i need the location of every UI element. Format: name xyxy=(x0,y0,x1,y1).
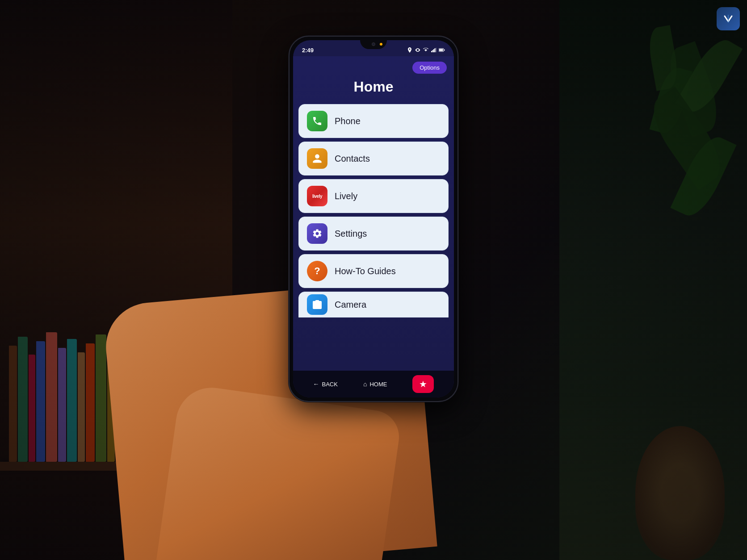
battery-icon xyxy=(439,47,445,53)
camera-app-icon xyxy=(307,294,327,315)
svg-rect-0 xyxy=(431,51,432,52)
svg-rect-4 xyxy=(436,48,436,52)
options-button[interactable]: Options xyxy=(412,62,447,74)
home-button[interactable]: ⌂ HOME xyxy=(363,380,387,388)
phone-screen: 2:49 xyxy=(293,40,454,397)
phone-device: 2:49 xyxy=(289,36,458,402)
back-icon: ← xyxy=(313,380,319,388)
howto-label: How-To Guides xyxy=(335,266,396,276)
lively-icon-text: lively xyxy=(312,194,322,199)
wifi-icon xyxy=(423,47,429,53)
menu-item-lively[interactable]: lively Lively xyxy=(298,179,449,213)
back-button[interactable]: ← BACK xyxy=(313,380,338,388)
phone-body: 2:49 xyxy=(289,36,458,402)
lively-app-icon: lively xyxy=(307,186,327,206)
settings-app-icon xyxy=(307,223,327,244)
menu-item-phone[interactable]: Phone xyxy=(298,104,449,138)
screen-content: Options Home Phone xyxy=(293,56,454,371)
home-icon: ⌂ xyxy=(363,380,367,388)
lively-label: Lively xyxy=(335,191,357,201)
status-icons xyxy=(407,47,445,53)
howto-icon-symbol: ? xyxy=(314,265,320,277)
menu-item-camera[interactable]: Camera xyxy=(298,292,449,318)
menu-item-howto[interactable]: ? How-To Guides xyxy=(298,254,449,288)
urgent-star-icon: ★ xyxy=(419,379,427,389)
back-label: BACK xyxy=(322,381,338,388)
svg-rect-3 xyxy=(435,48,436,52)
urgent-button[interactable]: ★ xyxy=(412,375,434,393)
phone-label: Phone xyxy=(335,116,361,126)
menu-list: Phone Contacts lively Livel xyxy=(293,104,454,304)
notification-dot xyxy=(380,43,382,46)
svg-rect-2 xyxy=(433,49,434,52)
svg-rect-1 xyxy=(432,50,433,52)
hand-palm xyxy=(156,383,403,560)
svg-rect-7 xyxy=(444,50,445,51)
contacts-label: Contacts xyxy=(335,154,370,164)
camera-label: Camera xyxy=(335,300,366,310)
veritas-logo xyxy=(717,7,740,30)
settings-label: Settings xyxy=(335,229,367,239)
bottom-navigation: ← BACK ⌂ HOME ★ xyxy=(293,371,454,397)
signal-icon xyxy=(431,47,437,53)
contacts-app-icon xyxy=(307,148,327,169)
location-icon xyxy=(407,47,413,53)
howto-app-icon: ? xyxy=(307,261,327,281)
menu-item-contacts[interactable]: Contacts xyxy=(298,142,449,176)
svg-rect-6 xyxy=(439,49,443,51)
phone-app-icon xyxy=(307,111,327,131)
front-camera xyxy=(372,42,375,46)
eye-icon xyxy=(415,47,421,53)
home-label: HOME xyxy=(369,381,387,388)
menu-item-settings[interactable]: Settings xyxy=(298,217,449,251)
status-time: 2:49 xyxy=(302,47,314,54)
